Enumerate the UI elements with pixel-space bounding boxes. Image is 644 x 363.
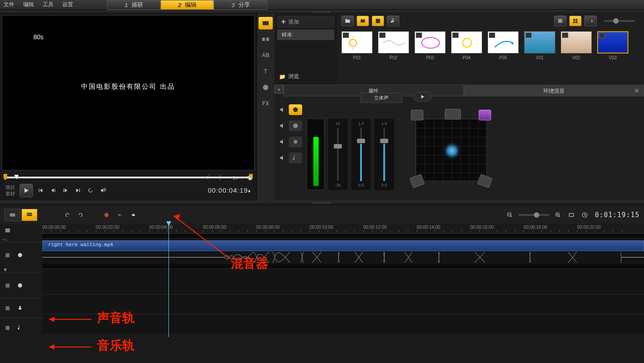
close-mixer-button[interactable]: ✕ — [632, 87, 640, 95]
play-button[interactable] — [20, 184, 33, 197]
video-track[interactable]: right here waiting.mp4 — [42, 238, 644, 264]
step-capture[interactable]: 1捕获 — [107, 0, 160, 10]
copy-icon[interactable] — [245, 173, 254, 183]
mark-in[interactable] — [4, 174, 7, 180]
prev-frame-button[interactable] — [48, 186, 58, 195]
fit-button[interactable] — [566, 210, 576, 220]
side-tab-graphics[interactable] — [258, 81, 273, 94]
time-ruler[interactable]: 00:00:00:0000:00:02:0000:00:04:0000:00:0… — [42, 224, 644, 234]
link-icon[interactable]: ⊞ — [3, 280, 12, 290]
speaker-fr[interactable] — [479, 110, 491, 120]
thumb-p01[interactable]: P01 — [341, 31, 373, 82]
timeline-duration[interactable]: 0:01:19:15 — [595, 211, 640, 219]
add-folder-button[interactable]: ✚添加 — [277, 16, 334, 28]
auto-music-button[interactable] — [128, 210, 138, 220]
filter-photo-button[interactable] — [372, 16, 384, 26]
scrub-bar[interactable]: 〔 〕 — [2, 173, 254, 182]
surround-pad[interactable] — [406, 110, 496, 190]
track-btn-voice[interactable] — [289, 136, 302, 147]
browse-button[interactable]: 📁浏览 — [277, 71, 334, 82]
collapse-button[interactable]: « — [275, 85, 283, 94]
mixer-button[interactable] — [115, 210, 125, 220]
left-slider[interactable]: 1.0 0.0 — [351, 119, 371, 190]
menu-settings[interactable]: 设置 — [62, 1, 73, 8]
track-list-icon[interactable] — [15, 226, 25, 235]
scrub-playhead[interactable] — [14, 175, 19, 179]
filter-video-button[interactable] — [357, 16, 369, 26]
preview-timecode[interactable]: 00:00:04:19♦ — [208, 186, 251, 194]
side-tab-transition[interactable] — [258, 33, 273, 45]
menu-edit[interactable]: 编辑 — [23, 1, 34, 8]
video-clip[interactable]: right here waiting.mp4 — [42, 240, 644, 251]
loop-button[interactable] — [86, 186, 95, 195]
track-view-icon[interactable] — [3, 226, 12, 235]
track-btn-overlay[interactable] — [289, 120, 302, 131]
track-btn-music[interactable] — [289, 153, 302, 163]
folder-sample[interactable]: 样本 — [277, 29, 334, 40]
next-frame-button[interactable] — [61, 186, 70, 195]
panel-grabber-mid[interactable] — [0, 201, 644, 204]
thumb-p03[interactable]: P03 — [414, 31, 446, 82]
gain-slider[interactable]: 12 -36 — [328, 119, 348, 190]
thumb-p02[interactable]: P02 — [378, 31, 409, 82]
redo-button[interactable] — [76, 210, 86, 220]
speaker-fl[interactable] — [411, 110, 423, 120]
thumb-size-slider[interactable] — [604, 20, 635, 22]
timeline-mode-button[interactable] — [21, 209, 37, 221]
track-header-video[interactable]: ⊞ — [0, 242, 42, 268]
music-track[interactable] — [42, 314, 644, 334]
thumb-p04[interactable]: P04 — [451, 31, 482, 82]
project-duration-icon[interactable] — [580, 210, 590, 220]
thumb-p05[interactable]: P05 — [488, 31, 519, 82]
side-tab-title[interactable]: T — [258, 65, 273, 78]
filter-audio-button[interactable] — [387, 16, 399, 26]
view-grid-button[interactable] — [569, 16, 582, 26]
thumb-v03[interactable]: V03 — [597, 31, 628, 82]
bracket-out-icon[interactable]: 〕 — [216, 173, 226, 183]
link-icon[interactable]: ⊞ — [3, 323, 12, 333]
thumb-v02[interactable]: V02 — [561, 31, 592, 82]
track-header-voice[interactable]: ⊞ — [0, 298, 42, 318]
timeline-tracks[interactable]: 00:00:00:0000:00:02:0000:00:04:0000:00:0… — [42, 224, 644, 337]
go-start-button[interactable] — [36, 186, 45, 195]
storyboard-mode-button[interactable] — [4, 209, 21, 221]
track-header-overlay[interactable]: ⊞ — [0, 272, 42, 298]
thumb-v01[interactable]: V01 — [524, 31, 555, 82]
volume-button[interactable] — [98, 186, 108, 195]
side-tab-ab[interactable]: AB — [258, 49, 273, 62]
step-share[interactable]: 3分享 — [214, 0, 267, 10]
link-icon[interactable]: ⊞ — [3, 303, 12, 313]
go-end-button[interactable] — [73, 186, 83, 195]
view-list-button[interactable] — [554, 16, 566, 26]
mixer-play-button[interactable] — [414, 92, 431, 102]
zoom-in-button[interactable] — [553, 210, 563, 220]
undo-button[interactable] — [62, 210, 72, 220]
scissors-icon[interactable] — [230, 173, 240, 183]
sort-button[interactable] — [584, 16, 597, 26]
transport-controls: 项目 素材 00:00:04:19♦ — [2, 182, 254, 199]
plus-icon: ✚ — [281, 19, 286, 25]
panel-grabber-top[interactable] — [0, 10, 644, 13]
voice-track[interactable] — [42, 294, 644, 314]
timeline-playhead[interactable] — [168, 224, 169, 337]
bracket-in-icon[interactable]: 〔 — [202, 173, 212, 183]
record-button[interactable] — [102, 210, 111, 220]
overlay-track[interactable] — [42, 268, 644, 294]
zoom-out-button[interactable] — [505, 210, 515, 220]
link-icon[interactable]: ⊞ — [3, 250, 12, 260]
right-slider[interactable]: 1.0 0.0 — [374, 119, 394, 190]
zoom-slider[interactable] — [518, 214, 550, 216]
tab-surround[interactable]: 环绕混音 — [464, 85, 644, 96]
menu-file[interactable]: 文件 — [4, 1, 14, 8]
speaker-center[interactable] — [445, 109, 461, 120]
side-tab-media[interactable] — [258, 17, 273, 29]
surround-position[interactable] — [447, 145, 457, 156]
speaker-rr[interactable] — [477, 174, 493, 188]
step-edit[interactable]: 2编辑 — [160, 0, 214, 10]
preview-screen[interactable]: 80s 中国电影股份有限公司 出品 — [2, 15, 254, 170]
track-header-music[interactable]: ⊞ — [0, 318, 42, 337]
menu-tools[interactable]: 工具 — [43, 1, 53, 8]
open-folder-button[interactable] — [341, 16, 354, 26]
track-btn-video[interactable] — [289, 104, 302, 115]
side-tab-fx[interactable]: FX — [258, 97, 273, 110]
